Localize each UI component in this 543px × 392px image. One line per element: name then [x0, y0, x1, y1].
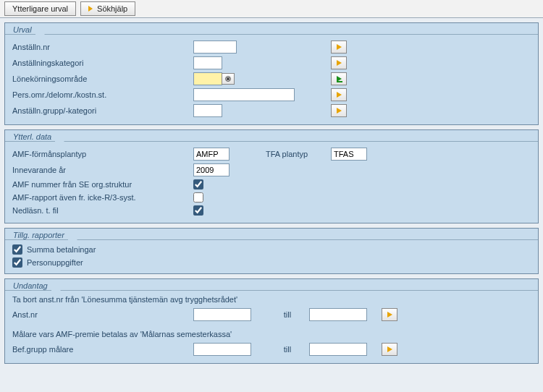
chk-personuppgifter[interactable] — [12, 257, 22, 268]
chk-amf-nummer[interactable] — [193, 179, 203, 189]
inp-lonekor[interactable] — [193, 72, 222, 85]
arrow-right-icon — [337, 92, 342, 98]
inp-anst-kategori[interactable] — [193, 56, 222, 69]
inp-anst-nr-to[interactable] — [309, 308, 367, 321]
value-help-icon — [224, 75, 232, 82]
btn-ytterligare-urval[interactable]: Ytterligare urval — [4, 1, 76, 16]
lbl-till-2: till — [266, 345, 309, 354]
chk-summa-betalningar[interactable] — [12, 244, 22, 255]
group-title: Ytterl. data — [9, 132, 55, 141]
inp-anst-grupp[interactable] — [193, 104, 222, 117]
multisel-anstalln-nr[interactable] — [331, 41, 347, 54]
lbl-nedlasn: Nedläsn. t. fil — [12, 206, 193, 215]
txt-ta-bort: Ta bort anst.nr från 'Lönesumma tjänstem… — [12, 295, 237, 304]
arrow-right-icon — [337, 44, 342, 50]
inp-bef-grupp-from[interactable] — [193, 343, 251, 356]
lbl-innevarande-ar: Innevarande år — [12, 166, 193, 174]
multisel-anst-kategori[interactable] — [331, 56, 347, 69]
arrow-right-icon — [337, 60, 342, 66]
toolbar: Ytterligare urval Sökhjälp — [0, 0, 543, 18]
group-title: Tillg. rapporter — [9, 231, 68, 239]
group-urval: Urval Anställn.nr Anställningskategori L… — [4, 22, 539, 125]
inp-tfa-plantyp[interactable] — [331, 148, 367, 161]
group-title: Undantag — [9, 281, 51, 290]
lbl-anst-nr: Anst.nr — [12, 310, 193, 319]
lbl-anstalln-nr: Anställn.nr — [12, 43, 193, 51]
lbl-anst-grupp: Anställn.grupp/-kategori — [12, 106, 193, 115]
inp-pers-omr[interactable] — [193, 88, 295, 101]
lbl-amf-plantyp: AMF-förmånsplantyp — [12, 150, 193, 158]
arrow-right-icon — [88, 6, 93, 12]
lbl-anst-kategori: Anställningskategori — [12, 59, 193, 67]
inp-innevarande-ar[interactable] — [193, 163, 230, 176]
lbl-till-1: till — [266, 310, 309, 319]
btn-label: Ytterligare urval — [12, 2, 68, 15]
inp-anst-nr-from[interactable] — [193, 308, 251, 321]
inp-amf-plantyp[interactable] — [193, 148, 230, 161]
arrow-right-icon — [387, 346, 392, 352]
multisel-bef-grupp[interactable] — [382, 343, 397, 356]
group-title: Urval — [9, 25, 35, 34]
lbl-pers-omr: Pers.omr./delomr./kostn.st. — [12, 90, 193, 99]
arrow-right-green-icon — [337, 76, 342, 82]
btn-label: Sökhjälp — [97, 2, 127, 15]
value-help-lonekor[interactable] — [222, 73, 235, 85]
multisel-anst-grupp[interactable] — [331, 104, 347, 117]
lbl-tfa-plantyp: TFA plantyp — [251, 150, 331, 158]
group-undantag: Undantag Ta bort anst.nr från 'Lönesumma… — [4, 278, 539, 364]
txt-malare: Målare vars AMF-premie betalas av 'Målar… — [12, 330, 232, 338]
arrow-right-icon — [337, 108, 342, 114]
multisel-pers-omr[interactable] — [331, 88, 347, 101]
multisel-lonekor[interactable] — [331, 72, 347, 85]
group-tillg-rapporter: Tillg. rapporter Summa betalningar Perso… — [4, 228, 539, 274]
lbl-personuppgifter: Personuppgifter — [27, 258, 83, 267]
svg-rect-1 — [227, 77, 230, 80]
chk-nedlasn[interactable] — [193, 205, 203, 216]
lbl-lonekor: Lönekörningsområde — [12, 74, 193, 83]
multisel-anst-nr[interactable] — [382, 308, 397, 321]
lbl-amf-nummer: AMF nummer från SE org.struktur — [12, 180, 193, 189]
chk-amf-rapport[interactable] — [193, 192, 203, 203]
arrow-right-icon — [387, 312, 392, 318]
lbl-summa-betalningar: Summa betalningar — [27, 245, 96, 254]
group-ytterl-data: Ytterl. data AMF-förmånsplantyp TFA plan… — [4, 129, 539, 223]
inp-anstalln-nr[interactable] — [193, 41, 237, 54]
lbl-bef-grupp: Bef.grupp målare — [12, 345, 193, 354]
lbl-amf-rapport: AMF-rapport även fr. icke-R/3-syst. — [12, 193, 193, 202]
inp-bef-grupp-to[interactable] — [309, 343, 367, 356]
btn-sokhjalp[interactable]: Sökhjälp — [80, 1, 135, 16]
